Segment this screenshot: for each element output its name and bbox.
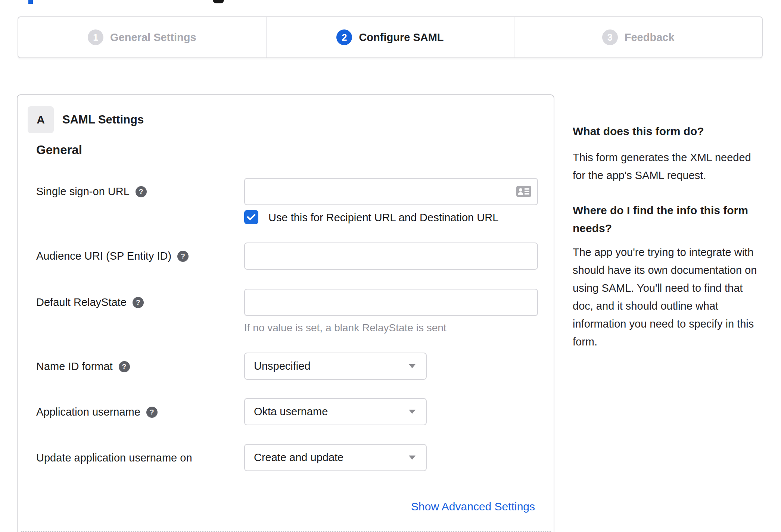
name-id-format-help-icon[interactable]: ? bbox=[119, 361, 130, 372]
step-configure-saml[interactable]: 2 Configure SAML bbox=[266, 17, 514, 57]
wizard-stepper: 1 General Settings 2 Configure SAML 3 Fe… bbox=[18, 16, 763, 58]
application-username-label: Application username bbox=[36, 406, 140, 418]
recipient-url-checkbox-label[interactable]: Use this for Recipient URL and Destinati… bbox=[268, 212, 498, 224]
sidebar-question-1: What does this form do? bbox=[573, 122, 765, 140]
step-3-circle: 3 bbox=[602, 29, 618, 45]
application-username-help-icon[interactable]: ? bbox=[146, 407, 158, 418]
step-1-circle: 1 bbox=[88, 29, 103, 45]
sso-url-help-icon[interactable]: ? bbox=[136, 186, 147, 197]
sso-url-label: Single sign-on URL bbox=[36, 185, 130, 198]
saml-settings-panel: A SAML Settings General Single sign-on U… bbox=[17, 94, 554, 532]
configure-saml-page: { "colors": { "accent_blue": "#1662dd", … bbox=[0, 0, 781, 532]
update-username-select[interactable]: Create and update bbox=[244, 444, 427, 471]
sidebar-question-2: Where do I find the info this form needs… bbox=[573, 201, 765, 237]
name-id-format-select[interactable]: Unspecified bbox=[244, 353, 427, 380]
step-2-circle: 2 bbox=[336, 29, 352, 45]
general-group-heading: General bbox=[36, 143, 82, 157]
relay-state-label-row: Default RelayState ? bbox=[36, 296, 144, 309]
panel-title: SAML Settings bbox=[62, 106, 144, 133]
contact-card-icon[interactable] bbox=[516, 186, 531, 197]
name-id-format-label-row: Name ID format ? bbox=[36, 360, 130, 373]
caret-down-icon bbox=[409, 364, 416, 368]
update-username-value: Create and update bbox=[254, 451, 343, 464]
caret-down-icon bbox=[409, 456, 416, 460]
sso-url-input[interactable] bbox=[244, 178, 538, 205]
application-username-label-row: Application username ? bbox=[36, 406, 158, 418]
step-3-label: Feedback bbox=[625, 31, 675, 44]
recipient-url-checkbox[interactable] bbox=[244, 210, 258, 224]
step-general-settings[interactable]: 1 General Settings bbox=[18, 17, 266, 57]
show-advanced-settings-link[interactable]: Show Advanced Settings bbox=[411, 500, 535, 513]
audience-uri-label-row: Audience URI (SP Entity ID) ? bbox=[36, 250, 189, 262]
application-username-select[interactable]: Okta username bbox=[244, 398, 427, 425]
relay-state-help-icon[interactable]: ? bbox=[133, 297, 144, 308]
sidebar-answer-1: This form generates the XML needed for t… bbox=[573, 148, 765, 184]
update-username-label: Update application username on bbox=[36, 452, 192, 464]
audience-uri-label: Audience URI (SP Entity ID) bbox=[36, 250, 171, 262]
application-username-value: Okta username bbox=[254, 406, 328, 418]
sidebar-answer-2: The app you're trying to integrate with … bbox=[573, 243, 765, 351]
help-sidebar: What does this form do? This form genera… bbox=[573, 122, 765, 351]
audience-uri-help-icon[interactable]: ? bbox=[177, 251, 189, 262]
checkmark-icon bbox=[247, 213, 256, 221]
section-a-badge: A bbox=[28, 106, 54, 133]
audience-uri-input[interactable] bbox=[244, 242, 538, 270]
name-id-format-label: Name ID format bbox=[36, 360, 113, 373]
relay-state-input[interactable] bbox=[244, 289, 538, 316]
update-username-label-row: Update application username on bbox=[36, 452, 192, 464]
caret-down-icon bbox=[409, 410, 416, 414]
step-feedback[interactable]: 3 Feedback bbox=[514, 17, 762, 57]
sso-url-label-row: Single sign-on URL ? bbox=[36, 185, 147, 198]
relay-state-hint: If no value is set, a blank RelayState i… bbox=[244, 322, 446, 334]
step-2-label: Configure SAML bbox=[359, 31, 444, 44]
cropped-header-fragment-blue bbox=[28, 0, 33, 4]
step-1-label: General Settings bbox=[110, 31, 196, 44]
name-id-format-value: Unspecified bbox=[254, 360, 311, 372]
cropped-header-fragment-black bbox=[213, 0, 224, 3]
relay-state-label: Default RelayState bbox=[36, 296, 127, 309]
